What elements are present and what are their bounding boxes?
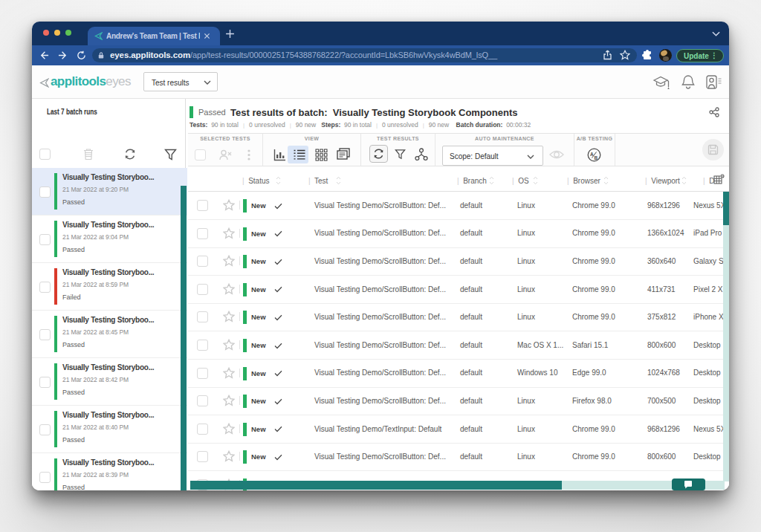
- svg-text:A: A: [590, 152, 594, 157]
- svg-text:B: B: [595, 155, 598, 160]
